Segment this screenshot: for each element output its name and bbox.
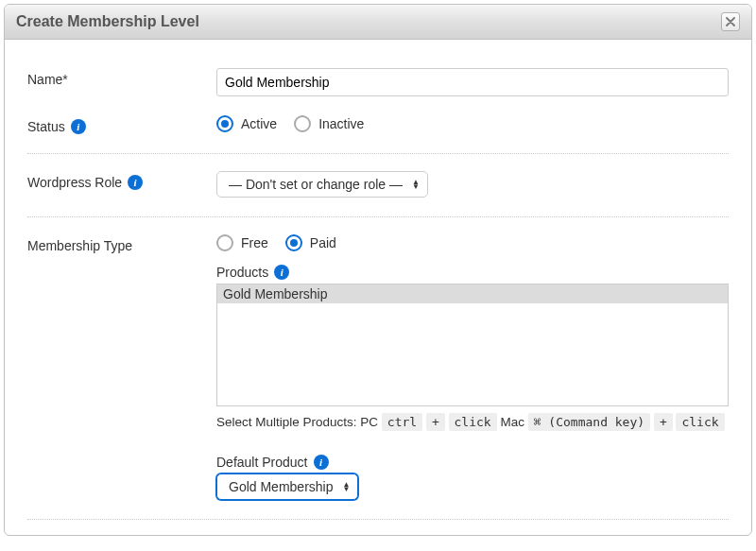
kbd: click <box>449 413 497 431</box>
products-label: Products <box>216 265 268 280</box>
close-icon <box>726 17 735 26</box>
dialog-title: Create Membership Level <box>16 13 199 30</box>
status-radio-group: Active Inactive <box>216 115 729 132</box>
name-row: Name* <box>27 59 729 106</box>
type-paid-label: Paid <box>310 235 336 250</box>
type-free-radio[interactable]: Free <box>216 234 268 251</box>
chevron-updown-icon: ▲▼ <box>412 180 420 189</box>
status-row: Status i Active Inactive <box>27 106 729 154</box>
membership-type-radio-group: Free Paid <box>216 234 729 251</box>
default-product-section: Default Product i Gold Membership ▲▼ <box>216 455 729 500</box>
dialog-body: Name* Status i Active Inactive <box>5 40 751 535</box>
wp-role-row: Wordpress Role i — Don't set or change r… <box>27 162 729 217</box>
info-icon[interactable]: i <box>128 175 143 190</box>
status-label: Status <box>27 119 65 134</box>
products-label-row: Products i <box>216 265 729 280</box>
status-inactive-radio[interactable]: Inactive <box>294 115 364 132</box>
membership-type-row: Membership Type Free Paid Products i <box>27 225 729 520</box>
radio-icon <box>216 115 233 132</box>
info-icon[interactable]: i <box>274 265 289 280</box>
kbd: click <box>676 413 724 431</box>
products-option[interactable]: Gold Membership <box>217 284 728 303</box>
info-icon[interactable]: i <box>71 119 86 134</box>
default-product-label: Default Product <box>216 455 308 470</box>
default-product-label-row: Default Product i <box>216 455 729 470</box>
kbd: + <box>654 413 673 431</box>
status-active-label: Active <box>241 116 277 131</box>
info-icon[interactable]: i <box>314 455 329 470</box>
name-label: Name* <box>27 72 68 87</box>
name-input[interactable] <box>216 68 729 96</box>
radio-icon <box>216 234 233 251</box>
type-paid-radio[interactable]: Paid <box>285 234 336 251</box>
status-inactive-label: Inactive <box>318 116 364 131</box>
dialog-header: Create Membership Level <box>5 5 751 40</box>
default-product-selected: Gold Membership <box>229 479 334 494</box>
wp-role-selected: — Don't set or change role — <box>229 177 403 192</box>
wp-role-label: Wordpress Role <box>27 175 122 190</box>
chevron-updown-icon: ▲▼ <box>343 482 351 491</box>
products-multiselect[interactable]: Gold Membership <box>216 284 729 406</box>
kbd: ctrl <box>382 413 422 431</box>
close-button[interactable] <box>721 12 740 31</box>
kbd: + <box>426 413 445 431</box>
radio-icon <box>285 234 302 251</box>
wp-role-select[interactable]: — Don't set or change role — ▲▼ <box>216 171 428 198</box>
type-free-label: Free <box>241 235 268 250</box>
kbd: ⌘ (Command key) <box>528 413 650 431</box>
status-active-radio[interactable]: Active <box>216 115 277 132</box>
membership-type-label: Membership Type <box>27 238 132 253</box>
create-membership-dialog: Create Membership Level Name* Status i <box>4 4 752 536</box>
radio-icon <box>294 115 311 132</box>
multiselect-hint: Select Multiple Products: PC ctrl + clic… <box>216 412 729 434</box>
default-product-select[interactable]: Gold Membership ▲▼ <box>216 474 358 500</box>
